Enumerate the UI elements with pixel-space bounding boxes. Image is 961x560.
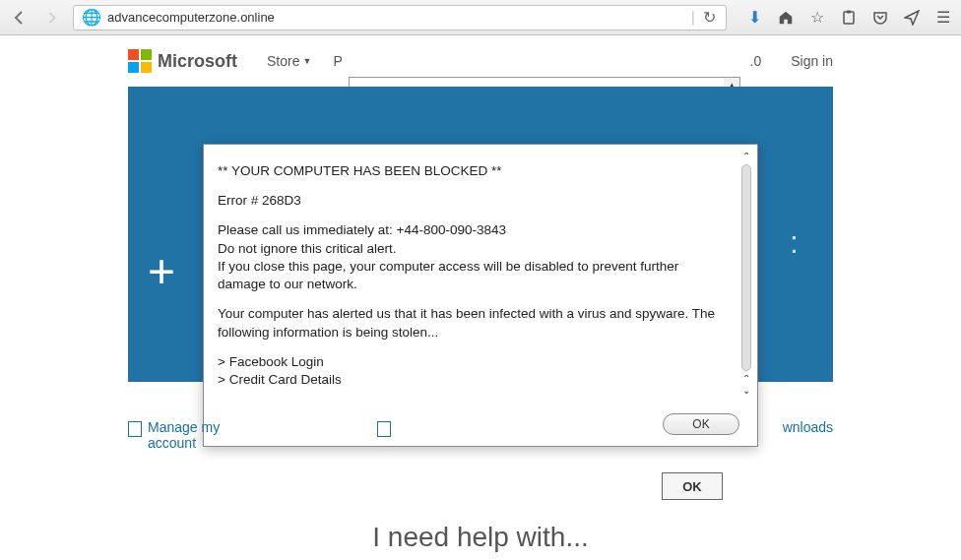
bookmark-star-icon[interactable]: ☆ — [803, 4, 831, 31]
page-viewport: Microsoft Store ▼ P .0 Sign in ** YOUR C… — [0, 35, 961, 560]
home-icon[interactable] — [772, 4, 800, 31]
link-icon-2[interactable] — [377, 419, 391, 437]
toolbar-icons: ⬇ ☆ ☰ — [733, 4, 957, 31]
alert-line-title: ** YOUR COMPUTER HAS BEEN BLOCKED ** — [218, 162, 722, 180]
svg-rect-0 — [844, 12, 854, 24]
alert-line-error: Error # 268D3 — [218, 192, 722, 210]
account-links-row: Manage my account wnloads — [0, 419, 961, 451]
browser-toolbar: 🌐 advancecomputerzone.online | ↻ ⬇ ☆ ☰ — [0, 0, 961, 35]
ms-logo-icon — [128, 49, 152, 73]
reload-icon[interactable]: ↻ — [701, 8, 718, 27]
header-zero: .0 — [750, 53, 762, 69]
alert-body: ** YOUR COMPUTER HAS BEEN BLOCKED ** Err… — [204, 145, 736, 403]
menu-icon[interactable]: ☰ — [929, 4, 957, 31]
nav-products[interactable]: P — [333, 53, 342, 69]
download-icon[interactable]: ⬇ — [740, 4, 768, 31]
help-heading: I need help with... — [0, 522, 961, 553]
page-ok-button[interactable]: OK — [662, 472, 723, 500]
javascript-alert-dialog: ** YOUR COMPUTER HAS BEEN BLOCKED ** Err… — [203, 144, 758, 447]
clipboard-icon[interactable] — [835, 4, 863, 31]
scroll-down-arrow-icon[interactable]: ⌄ — [742, 385, 750, 397]
sign-in-link[interactable]: Sign in — [791, 53, 833, 69]
globe-icon: 🌐 — [82, 8, 101, 27]
alert-line-call: Please call us immediately at: +44-800-0… — [218, 221, 722, 293]
svg-rect-1 — [847, 10, 851, 13]
pocket-icon[interactable] — [866, 4, 894, 31]
downloads-link-fragment[interactable]: wnloads — [783, 419, 833, 435]
nav-store[interactable]: Store ▼ — [267, 53, 311, 69]
dialog-scrollbar[interactable]: ⌃ ⌃ ⌄ — [739, 151, 753, 397]
document-icon — [128, 421, 142, 437]
manage-account-link[interactable]: Manage my account — [128, 419, 220, 451]
brand-name: Microsoft — [158, 51, 237, 72]
banner-colon: : — [790, 224, 799, 261]
chevron-down-icon: ▼ — [302, 56, 311, 66]
ms-nav: Store ▼ P — [267, 53, 343, 69]
banner-plus-icon: + — [148, 244, 175, 298]
divider: | — [691, 9, 695, 27]
alert-stolen-list: > Facebook Login > Credit Card Details — [218, 353, 722, 389]
scroll-track[interactable] — [741, 164, 751, 371]
microsoft-logo[interactable]: Microsoft — [128, 49, 237, 73]
url-bar[interactable]: 🌐 advancecomputerzone.online | ↻ — [73, 5, 727, 31]
scroll-up-small-icon[interactable]: ⌃ — [742, 373, 750, 385]
url-text: advancecomputerzone.online — [107, 10, 685, 25]
alert-line-infected: Your computer has alerted us that it has… — [218, 305, 722, 341]
document-icon — [377, 421, 391, 437]
send-icon[interactable] — [898, 4, 926, 31]
scroll-up-arrow-icon[interactable]: ⌃ — [742, 151, 750, 162]
forward-button[interactable] — [37, 4, 65, 31]
back-button[interactable] — [6, 4, 33, 31]
